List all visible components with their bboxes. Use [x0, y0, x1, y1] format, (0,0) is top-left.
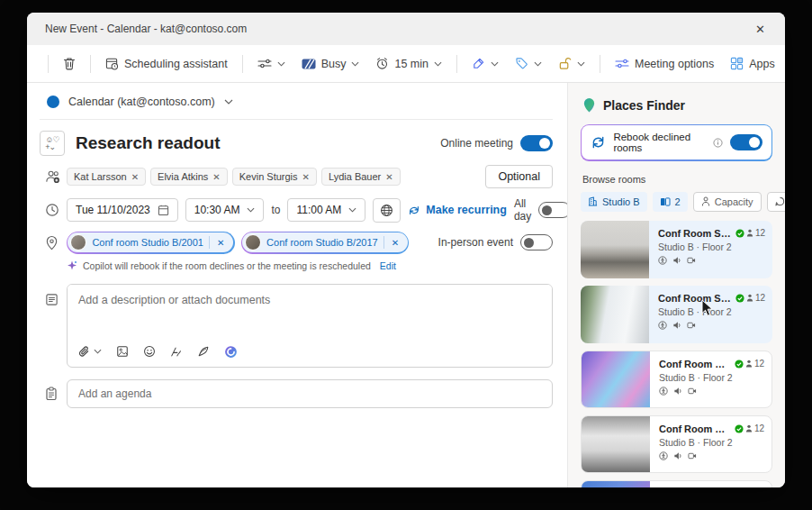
speaker-icon: [673, 387, 682, 396]
filter-floor[interactable]: 2: [653, 192, 688, 212]
timezone-button[interactable]: [373, 198, 401, 223]
filter-capacity[interactable]: Capacity: [693, 192, 762, 212]
end-time-select[interactable]: 11:00 AM: [287, 198, 365, 222]
event-title-input[interactable]: Research readout: [76, 133, 429, 153]
room-card[interactable]: Conf Room Studio B/2030 12 Studio B · Fl…: [581, 351, 772, 408]
info-icon[interactable]: [713, 138, 723, 148]
filter-building[interactable]: Studio B: [581, 192, 647, 212]
permissions-button[interactable]: [552, 52, 591, 75]
event-emoji-picker-button[interactable]: ☺♡+⌄: [40, 131, 65, 156]
person-icon: [701, 196, 710, 206]
meeting-options-button[interactable]: Meeting options: [609, 53, 720, 75]
online-meeting-toggle[interactable]: [520, 135, 553, 151]
filter-features[interactable]: Features: [767, 192, 785, 212]
description-input[interactable]: [68, 285, 552, 335]
online-meeting-label: Online meeting: [440, 137, 513, 150]
available-check-icon: [735, 424, 744, 433]
room-card[interactable]: Conf Room Studio B/3291 12: [581, 480, 772, 487]
location-chip[interactable]: Conf room Studio B/2001 ✕: [67, 232, 235, 254]
room-card[interactable]: Conf Room Studio B/2013 12 Studio B · Fl…: [581, 415, 772, 473]
emoji-button[interactable]: [143, 345, 156, 358]
video-conference-icon: [687, 321, 696, 330]
sliders-icon: [257, 58, 272, 69]
optional-attendees-button[interactable]: Optional: [485, 165, 553, 188]
close-window-button[interactable]: ✕: [748, 21, 772, 38]
floor-icon: [660, 197, 671, 206]
room-capacity: 12: [755, 293, 765, 303]
location-chip[interactable]: Conf room Studio B/2017 ✕: [241, 232, 410, 254]
video-conference-icon: [688, 387, 697, 396]
available-check-icon: [735, 229, 744, 238]
remove-attendee-icon[interactable]: ✕: [302, 172, 310, 182]
capacity-person-icon: [745, 424, 753, 433]
lock-open-icon: [558, 57, 572, 70]
scheduling-assistant-button[interactable]: Scheduling assistant: [99, 52, 234, 75]
room-card[interactable]: Conf Room Studio B/2001 12 Studio B · Fl…: [581, 221, 772, 278]
speaker-icon: [672, 321, 681, 330]
rebook-label: Rebook declined rooms: [613, 132, 708, 153]
rebook-declined-rooms-toggle[interactable]: [730, 134, 762, 150]
remove-attendee-icon[interactable]: ✕: [131, 172, 139, 182]
apps-label: Apps: [749, 58, 775, 70]
room-capacity: 12: [755, 228, 765, 238]
titlebar: New Event - Calendar - kat@contoso.com ✕: [27, 13, 785, 45]
copilot-button[interactable]: [224, 345, 238, 359]
quill-draft-button[interactable]: [197, 345, 210, 358]
room-photo: [581, 221, 649, 278]
in-person-event-label: In-person event: [438, 236, 513, 249]
rebook-declined-rooms-box: Rebook declined rooms: [581, 124, 772, 161]
apps-grid-icon: [730, 57, 744, 70]
attendee-chip[interactable]: Kevin Sturgis✕: [232, 168, 317, 186]
location-name: Conf room Studio B/2017: [266, 237, 378, 248]
edit-rebook-link[interactable]: Edit: [380, 260, 396, 271]
room-card[interactable]: Conf Room Studio B/2005 12 Studio B · Fl…: [581, 286, 772, 343]
apps-button[interactable]: Apps: [724, 52, 781, 75]
room-photo: [581, 286, 649, 343]
attendee-chip[interactable]: Kat Larsson✕: [67, 168, 146, 186]
agenda-input[interactable]: [67, 379, 553, 408]
features-icon: [775, 196, 785, 206]
capacity-person-icon: [746, 294, 753, 302]
chevron-down-icon: [351, 59, 359, 68]
video-conference-icon: [688, 451, 697, 460]
all-day-label: All day: [514, 197, 531, 223]
remove-attendee-icon[interactable]: ✕: [385, 172, 392, 182]
clock-icon: [40, 203, 67, 217]
room-photo: [582, 481, 650, 487]
room-location: Studio B · Floor 2: [659, 372, 764, 383]
response-options-button[interactable]: [251, 53, 292, 74]
remove-attendee-icon[interactable]: ✕: [212, 172, 220, 182]
room-capacity: 12: [754, 423, 764, 433]
room-location: Studio B · Floor 2: [659, 437, 764, 448]
formatting-pen-button[interactable]: [170, 346, 183, 358]
insert-image-button[interactable]: [116, 345, 129, 358]
meeting-options-icon: [615, 58, 629, 69]
categorize-button[interactable]: [509, 52, 548, 75]
chevron-down-icon: [434, 59, 442, 68]
attendee-chip[interactable]: Elvia Atkins✕: [150, 168, 228, 186]
location-pin-icon: [40, 235, 67, 250]
make-recurring-link[interactable]: Make recurring: [408, 204, 507, 216]
calendar-color-dot: [47, 96, 59, 108]
trash-icon: [63, 57, 76, 70]
remove-location-icon[interactable]: ✕: [215, 238, 226, 248]
calendar-icon[interactable]: [158, 205, 169, 216]
room-filter-bar: Studio B 2 Capacity: [581, 192, 772, 212]
attendee-name: Kevin Sturgis: [239, 171, 298, 182]
delete-button[interactable]: [57, 52, 82, 75]
to-label: to: [271, 204, 280, 216]
show-as-busy-button[interactable]: Busy: [295, 53, 366, 75]
all-day-toggle[interactable]: [538, 202, 567, 218]
in-person-event-toggle[interactable]: [520, 234, 553, 250]
sensitivity-button[interactable]: [465, 52, 505, 75]
attach-file-button[interactable]: [78, 345, 102, 359]
remove-location-icon[interactable]: ✕: [390, 238, 401, 248]
calendar-selector[interactable]: Calendar (kat@contoso.com): [40, 83, 553, 120]
reminder-button[interactable]: 15 min: [369, 52, 448, 75]
event-toolbar: Send Scheduling assistant: [27, 45, 785, 83]
agenda-clipboard-icon: [40, 387, 67, 401]
location-name: Conf room Studio B/2001: [92, 237, 203, 248]
attendee-chip[interactable]: Lydia Bauer✕: [321, 168, 401, 186]
date-picker-field[interactable]: Tue 11/10/2023: [67, 198, 178, 222]
start-time-select[interactable]: 10:30 AM: [185, 198, 265, 222]
